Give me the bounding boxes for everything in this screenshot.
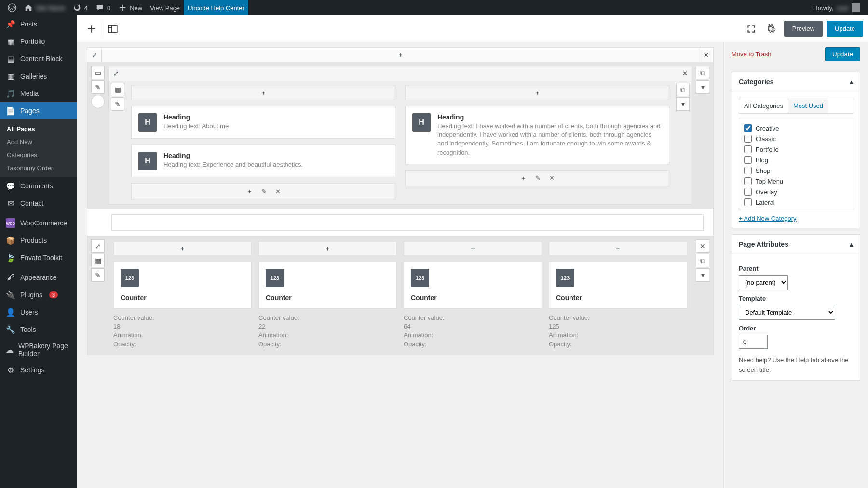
comments-link[interactable]: 0 xyxy=(92,0,114,15)
wp-logo[interactable] xyxy=(4,0,20,15)
admin-bar: Site Name 4 0 New View Page Uncode Help … xyxy=(0,0,868,15)
site-home[interactable]: Site Name xyxy=(20,0,69,15)
howdy-label: Howdy, xyxy=(813,4,833,12)
plus-icon xyxy=(118,3,127,12)
view-page-link[interactable]: View Page xyxy=(146,0,184,15)
updates-count: 4 xyxy=(84,4,88,12)
avatar xyxy=(852,3,860,12)
home-icon xyxy=(24,3,33,12)
refresh-icon xyxy=(73,3,81,12)
help-center-label: Uncode Help Center xyxy=(188,4,244,12)
new-link[interactable]: New xyxy=(114,0,146,15)
account-link[interactable]: Howdy, user xyxy=(809,0,864,15)
updates-link[interactable]: 4 xyxy=(69,0,92,15)
wordpress-icon xyxy=(8,3,16,12)
help-center-link[interactable]: Uncode Help Center xyxy=(184,0,248,15)
new-label: New xyxy=(130,4,142,12)
site-name: Site Name xyxy=(36,4,65,12)
comments-count: 0 xyxy=(107,4,110,12)
comment-icon xyxy=(95,3,104,12)
user-name: user xyxy=(837,4,849,12)
view-page-label: View Page xyxy=(150,4,180,12)
